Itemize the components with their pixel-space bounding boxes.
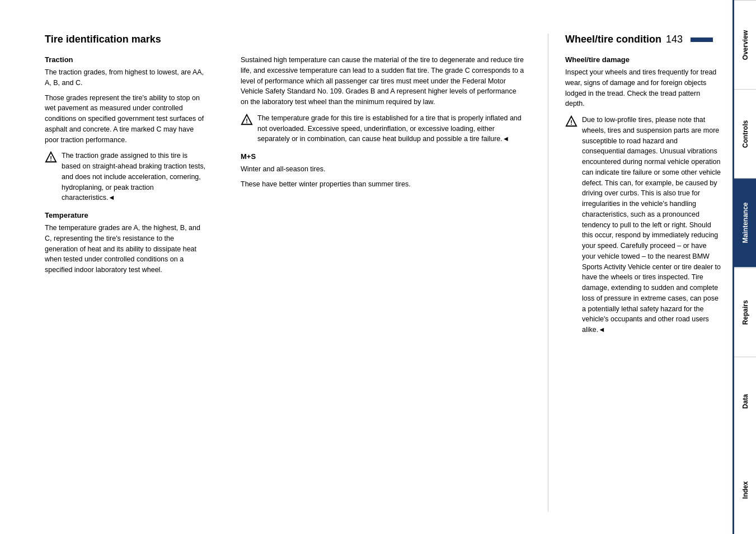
sidebar-item-repairs[interactable]: Repairs xyxy=(734,268,756,357)
sidebar: Overview Controls Maintenance Repairs Da… xyxy=(732,0,756,534)
sidebar-item-maintenance[interactable]: Maintenance xyxy=(734,178,756,267)
sidebar-item-controls[interactable]: Controls xyxy=(734,89,756,178)
page-number: 143 xyxy=(666,34,683,45)
warning-icon-traction: ! xyxy=(45,151,57,163)
sidebar-item-index[interactable]: Index xyxy=(734,446,756,534)
traction-para1: The traction grades, from highest to low… xyxy=(45,67,207,88)
left-section-title: Tire identification marks xyxy=(45,34,207,45)
wheel-damage-warning-text: Due to low-profile tires, please note th… xyxy=(582,115,721,335)
ms-heading: M+S xyxy=(241,152,525,161)
svg-text:!: ! xyxy=(246,117,248,124)
page-number-bar: Wheel/tire condition 143 xyxy=(565,34,721,45)
wheel-damage-heading: Wheel/tire damage xyxy=(565,55,721,64)
warning-icon-wheel: ! xyxy=(565,115,577,128)
wheel-damage-warning-box: ! Due to low-profile tires, please note … xyxy=(565,115,721,335)
traction-warning-box: ! The traction grade assigned to this ti… xyxy=(45,151,207,203)
temp-warning-text: The temperature grade for this tire is e… xyxy=(257,113,525,144)
middle-column: Sustained high temperature can cause the… xyxy=(224,34,525,512)
ms-para1: Winter and all-season tires. xyxy=(241,164,525,175)
traction-heading: Traction xyxy=(45,55,207,64)
sidebar-item-overview[interactable]: Overview xyxy=(734,0,756,89)
temperature-heading: Temperature xyxy=(45,211,207,219)
sidebar-item-data[interactable]: Data xyxy=(734,357,756,446)
right-section-title: Wheel/tire condition xyxy=(565,34,661,45)
svg-text:!: ! xyxy=(50,155,52,162)
traction-para2: Those grades represent the tire's abilit… xyxy=(45,93,207,146)
temp-warning-box: ! The temperature grade for this tire is… xyxy=(241,113,525,144)
traction-warning-text: The traction grade assigned to this tire… xyxy=(62,151,207,203)
ms-para2: These have better winter properties than… xyxy=(241,179,525,190)
left-column: Tire identification marks Traction The t… xyxy=(45,34,207,512)
wheel-damage-para1: Inspect your wheels and tires frequently… xyxy=(565,67,721,109)
svg-text:!: ! xyxy=(570,119,572,126)
right-column: Wheel/tire condition 143 Wheel/tire dama… xyxy=(548,34,721,512)
blue-bar-decoration xyxy=(691,38,713,42)
warning-icon-temp: ! xyxy=(241,114,253,126)
temp-continued: Sustained high temperature can cause the… xyxy=(241,55,525,107)
temperature-para1: The temperature grades are A, the highes… xyxy=(45,223,207,275)
